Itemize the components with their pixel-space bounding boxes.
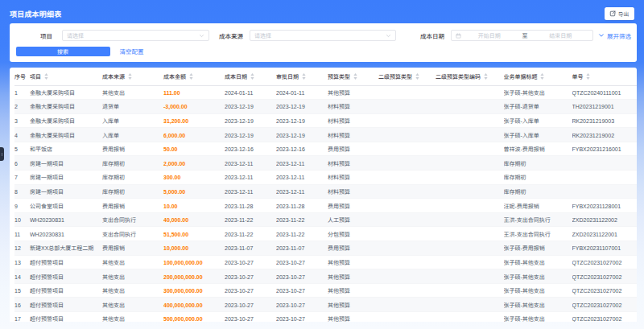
table-cell: 新建XX总部大厦工程二期 bbox=[30, 241, 102, 256]
sorter-icon[interactable] bbox=[586, 73, 590, 80]
column-header[interactable]: 单号 bbox=[572, 68, 638, 85]
table-cell: RK20231219002 bbox=[572, 128, 638, 142]
table-cell: 超付预警项目 bbox=[30, 312, 102, 322]
project-select[interactable]: 请选择 bbox=[62, 30, 209, 41]
filter-row: 项目 请选择 成本来源 请选择 成本日期 开始日期 至 结束日期 bbox=[10, 30, 637, 41]
table-cell: 2023-12-11 bbox=[225, 171, 276, 185]
table-cell: 其他支出 bbox=[102, 283, 163, 298]
table-cell bbox=[378, 184, 436, 199]
column-header-label: 预算类型 bbox=[328, 72, 350, 80]
sorter-icon[interactable] bbox=[250, 73, 254, 80]
sorter-icon[interactable] bbox=[44, 73, 48, 80]
table-cell: 支出合同执行 bbox=[102, 227, 163, 241]
table-cell: 其他支出 bbox=[102, 255, 163, 269]
table-cell: 张子硕-其他支出 bbox=[504, 298, 572, 312]
column-header-label: 成本来源 bbox=[102, 72, 125, 80]
export-button[interactable]: 导出 bbox=[605, 7, 634, 20]
table-cell bbox=[378, 241, 436, 256]
table-cell: 2023-12-11 bbox=[225, 156, 276, 171]
table-cell: 2023-12-19 bbox=[276, 100, 328, 114]
column-header[interactable]: 审批日期 bbox=[276, 68, 328, 85]
chevron-down-icon bbox=[199, 33, 204, 39]
sorter-icon[interactable] bbox=[302, 73, 306, 80]
column-header[interactable]: 成本来源 bbox=[102, 68, 163, 85]
source-select[interactable]: 请选择 bbox=[250, 30, 396, 41]
sorter-icon[interactable] bbox=[484, 73, 488, 80]
table-cell: 3 bbox=[14, 113, 30, 128]
column-header[interactable]: 二级预算类型编码 bbox=[436, 68, 504, 85]
table-row: 4金融大厦采购项目入库单6,000.002023-12-192023-12-19… bbox=[14, 128, 637, 142]
table-cell: 2023-12-16 bbox=[276, 142, 328, 156]
table-header: 序号项目成本来源成本金额成本日期审批日期预算类型二级预算类型二级预算类型编码业务… bbox=[14, 68, 637, 85]
chevron-down-icon bbox=[386, 33, 391, 39]
table-cell: 房建一期项目 bbox=[30, 156, 102, 171]
table-cell: 200,000,000.00 bbox=[163, 269, 225, 284]
table-cell: QTZC20231027002 bbox=[572, 283, 638, 298]
table-cell: 2023-10-27 bbox=[225, 298, 276, 312]
column-header[interactable]: 预算类型 bbox=[328, 68, 378, 85]
sorter-icon[interactable] bbox=[540, 73, 544, 80]
table-cell: 16 bbox=[14, 298, 30, 312]
column-header[interactable]: 二级预算类型 bbox=[378, 68, 436, 85]
project-select-placeholder: 请选择 bbox=[67, 31, 199, 39]
calendar-icon bbox=[456, 33, 461, 39]
expand-filters-link[interactable]: 展开筛选 bbox=[598, 30, 631, 41]
table-row: 14超付预警项目其他支出200,000,000.002023-10-272023… bbox=[14, 269, 637, 284]
table-cell: FYBX20231128001 bbox=[572, 199, 638, 213]
sorter-icon[interactable] bbox=[415, 73, 419, 80]
table-cell: 2023-11-28 bbox=[276, 199, 328, 213]
table-cell: 15 bbox=[14, 283, 30, 298]
sorter-icon[interactable] bbox=[189, 73, 193, 80]
table-cell bbox=[436, 113, 504, 128]
table-cell: 2023-11-07 bbox=[225, 241, 276, 256]
table-cell: 50.00 bbox=[163, 142, 225, 156]
column-header[interactable]: 项目 bbox=[30, 68, 102, 85]
table-cell bbox=[436, 283, 504, 298]
table-row: 12新建XX总部大厦工程二期费用报销10,000.002023-11-07202… bbox=[14, 241, 637, 256]
table-cell: 17 bbox=[14, 312, 30, 322]
drawer-toggle-handle[interactable] bbox=[0, 147, 4, 161]
sorter-icon[interactable] bbox=[128, 73, 132, 80]
table-cell bbox=[378, 312, 436, 322]
table-cell bbox=[436, 298, 504, 312]
table-cell: 房建一期项目 bbox=[30, 171, 102, 185]
table-cell: 2023-12-11 bbox=[225, 184, 276, 199]
clear-search-button[interactable]: 清空配置 bbox=[120, 47, 144, 56]
search-button[interactable]: 搜索 bbox=[16, 47, 110, 57]
table-cell: 费用报销 bbox=[102, 142, 163, 156]
table-cell bbox=[572, 156, 638, 171]
table-cell: 超付预警项目 bbox=[30, 269, 102, 284]
table-cell: 库存期初 bbox=[504, 171, 572, 185]
column-header-label: 单号 bbox=[572, 72, 584, 80]
table-cell: 材料预算 bbox=[328, 184, 378, 199]
table-cell: 退货单 bbox=[102, 100, 163, 114]
table-cell bbox=[378, 269, 436, 284]
expand-filters-label: 展开筛选 bbox=[607, 31, 631, 40]
sorter-icon[interactable] bbox=[353, 73, 357, 80]
table-cell: QTZC20231027002 bbox=[572, 312, 638, 322]
table-cell: QTZC20231027002 bbox=[572, 255, 638, 269]
table-cell: 库存期初 bbox=[102, 184, 163, 199]
export-icon bbox=[609, 10, 616, 17]
date-range-picker[interactable]: 开始日期 至 结束日期 bbox=[451, 30, 593, 41]
table-cell: 材料预算 bbox=[328, 128, 378, 142]
table-cell: 金融大厦采购项目 bbox=[30, 100, 102, 114]
column-header[interactable]: 业务单据标题 bbox=[504, 68, 572, 85]
project-filter-label: 项目 bbox=[10, 31, 52, 40]
table-cell: 2023-11-22 bbox=[276, 212, 328, 227]
table-cell: 2023-10-27 bbox=[225, 283, 276, 298]
table-cell: QTZC20231027002 bbox=[572, 269, 638, 284]
table-cell: RK20231219003 bbox=[572, 113, 638, 128]
table-cell: 2023-12-11 bbox=[276, 156, 328, 171]
table-cell: 费用预算 bbox=[328, 142, 378, 156]
table-cell: 2023-10-27 bbox=[276, 298, 328, 312]
table-cell: 张子硕-其他支出 bbox=[504, 283, 572, 298]
table-cell: 库存期初 bbox=[504, 184, 572, 199]
table-cell bbox=[436, 212, 504, 227]
column-header[interactable]: 成本金额 bbox=[163, 68, 225, 85]
table-cell: 张子硕-其他支出 bbox=[504, 85, 572, 100]
table-cell: 2023-11-07 bbox=[276, 241, 328, 256]
column-header[interactable]: 成本日期 bbox=[225, 68, 276, 85]
table-cell bbox=[378, 128, 436, 142]
table-cell: 分包预算 bbox=[328, 227, 378, 241]
